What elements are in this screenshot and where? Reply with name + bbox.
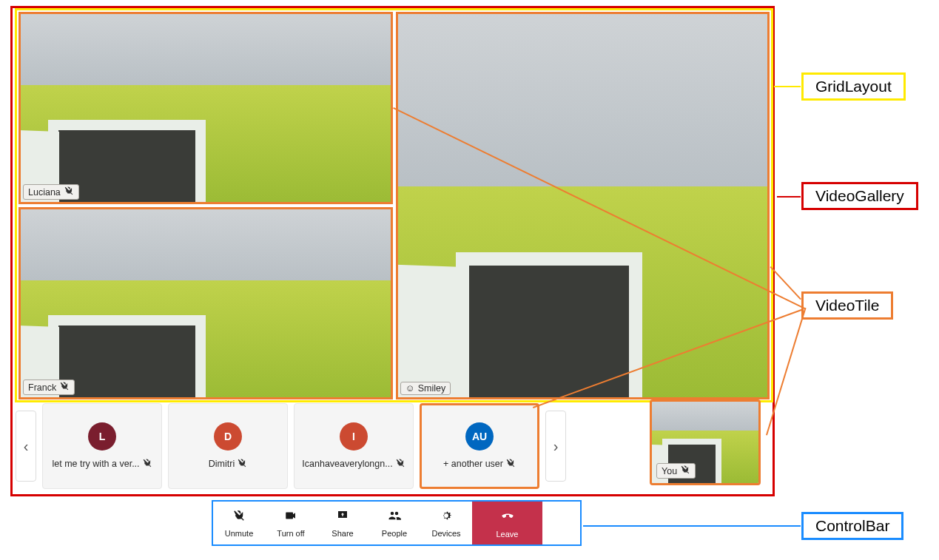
grid-layout: Luciana Franck xyxy=(15,8,773,402)
control-bar: Unmute Turn off Share People Devices Lea… xyxy=(212,500,582,546)
avatar-initials: L xyxy=(99,431,106,442)
leave-button[interactable]: Leave xyxy=(472,502,542,544)
strip-label: Icanhaveaverylongn... xyxy=(302,458,405,470)
participant-name-badge: Franck xyxy=(23,379,75,395)
strip-tile[interactable]: AU + another user xyxy=(420,403,539,489)
mic-muted-icon xyxy=(59,381,70,394)
button-label: Turn off xyxy=(277,529,304,538)
share-icon xyxy=(336,509,349,526)
people-button[interactable]: People xyxy=(368,502,420,544)
annotation-connector xyxy=(774,86,801,87)
button-label: Share xyxy=(331,529,353,538)
strip-label: Dimitri xyxy=(209,458,247,470)
gear-icon xyxy=(440,509,453,526)
annotation-label-videogallery: VideoGallery xyxy=(801,182,918,210)
mic-muted-icon xyxy=(505,458,516,470)
smile-icon: ☺ xyxy=(405,383,415,394)
devices-button[interactable]: Devices xyxy=(420,502,472,544)
unmute-button[interactable]: Unmute xyxy=(213,502,265,544)
annotation-label-controlbar: ControlBar xyxy=(801,512,903,540)
strip-tile[interactable]: D Dimitri xyxy=(168,403,288,489)
avatar-initials: D xyxy=(224,431,232,442)
annotation-label-videotile: VideoTile xyxy=(801,291,893,320)
people-icon xyxy=(388,509,401,526)
avatar: I xyxy=(340,422,368,451)
annotation-connector xyxy=(777,196,801,198)
strip-tile[interactable]: L let me try with a ver... xyxy=(42,403,162,489)
participant-name: Franck xyxy=(28,382,56,393)
mic-muted-icon xyxy=(64,186,74,198)
participant-name: You xyxy=(662,466,677,476)
strip-label: let me try with a ver... xyxy=(52,458,152,470)
hangup-icon xyxy=(500,508,515,527)
avatar: AU xyxy=(465,422,494,451)
participant-name-badge: You xyxy=(656,463,696,479)
self-pip-tile[interactable]: You xyxy=(650,399,761,485)
camera-toggle-button[interactable]: Turn off xyxy=(265,502,317,544)
camera-icon xyxy=(284,509,297,526)
participant-name-badge: Luciana xyxy=(23,184,79,200)
button-label: Devices xyxy=(431,529,460,538)
participant-name: Smiley xyxy=(418,383,446,394)
mic-muted-icon xyxy=(237,458,247,470)
video-tile-franck[interactable]: Franck xyxy=(18,207,393,399)
participant-name: Luciana xyxy=(28,187,61,198)
overflow-strip: ‹ L let me try with a ver... D Dimitri xyxy=(16,402,768,490)
participant-name-badge: ☺ Smiley xyxy=(400,382,451,395)
strip-label: + another user xyxy=(443,458,516,470)
share-button[interactable]: Share xyxy=(317,502,368,544)
avatar-initials: I xyxy=(352,431,355,442)
mic-muted-icon xyxy=(232,509,246,526)
mic-muted-icon xyxy=(395,458,405,470)
annotation-connector xyxy=(583,525,801,527)
video-gallery: Luciana Franck xyxy=(10,6,775,496)
mic-muted-icon xyxy=(680,465,690,477)
avatar: D xyxy=(214,422,242,451)
strip-tiles: L let me try with a ver... D Dimitri xyxy=(42,403,539,489)
button-label: Leave xyxy=(497,530,519,539)
button-label: People xyxy=(382,529,407,538)
strip-next-button[interactable]: › xyxy=(545,411,566,482)
video-feed xyxy=(18,207,393,399)
avatar-initials: AU xyxy=(472,431,487,442)
strip-tile[interactable]: I Icanhaveaverylongn... xyxy=(294,403,414,489)
video-tile-luciana[interactable]: Luciana xyxy=(18,12,393,204)
mic-muted-icon xyxy=(142,458,152,470)
annotation-label-gridlayout: GridLayout xyxy=(801,72,906,101)
avatar: L xyxy=(88,422,116,451)
button-label: Unmute xyxy=(225,529,254,538)
strip-prev-button[interactable]: ‹ xyxy=(16,411,36,482)
video-feed xyxy=(18,12,393,204)
